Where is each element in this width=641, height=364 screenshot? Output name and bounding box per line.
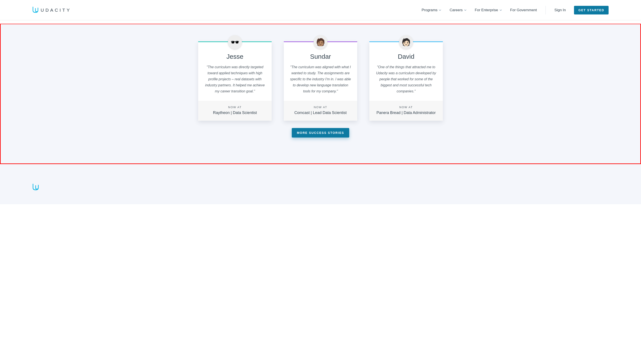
testimonial-name: Jesse <box>203 53 266 60</box>
nav-sign-in-label: Sign In <box>554 8 566 12</box>
testimonial-card: 🧑🏽 Sundar "The curriculum was aligned wi… <box>284 42 357 121</box>
testimonial-body: David "One of the things that attracted … <box>369 42 443 101</box>
nav-careers[interactable]: Careers <box>450 8 466 12</box>
testimonial-card: 🕶️ Jesse "The curriculum was directly ta… <box>198 42 272 121</box>
testimonial-quote: "The curriculum was aligned with what I … <box>289 64 352 94</box>
udacity-logo-icon <box>33 188 39 191</box>
now-at-label: NOW AT <box>202 106 268 109</box>
testimonial-cards: 🕶️ Jesse "The curriculum was directly ta… <box>1 42 640 121</box>
more-stories-wrap: MORE SUCCESS STORIES <box>1 128 640 138</box>
avatar: 🧑🏽 <box>313 35 328 49</box>
testimonial-name: Sundar <box>289 53 352 60</box>
avatar: 🧑🏻 <box>399 35 413 49</box>
nav-programs[interactable]: Programs <box>422 8 442 12</box>
site-header: UDACITY Programs Careers For Enterprise … <box>0 0 641 20</box>
testimonial-body: Sundar "The curriculum was aligned with … <box>284 42 357 101</box>
testimonial-job: Panera Bread | Data Administrator <box>373 110 439 115</box>
nav-divider <box>545 6 546 14</box>
nav-sign-in[interactable]: Sign In <box>554 8 566 12</box>
now-at-label: NOW AT <box>373 106 439 109</box>
testimonial-job: Raytheon | Data Scientist <box>202 110 268 115</box>
nav-government[interactable]: For Government <box>510 8 537 12</box>
avatar: 🕶️ <box>228 35 242 49</box>
testimonial-footer: NOW AT Comcast | Lead Data Scientist <box>284 101 357 121</box>
get-started-button[interactable]: GET STARTED <box>574 6 608 14</box>
chevron-down-icon <box>499 9 502 12</box>
testimonial-name: David <box>375 53 438 60</box>
main-nav: Programs Careers For Enterprise For Gove… <box>422 6 608 14</box>
now-at-label: NOW AT <box>287 106 354 109</box>
testimonial-quote: "The curriculum was directly targeted to… <box>203 64 266 94</box>
testimonial-card: 🧑🏻 David "One of the things that attract… <box>369 42 443 121</box>
chevron-down-icon <box>439 9 441 12</box>
testimonials-section: 🕶️ Jesse "The curriculum was directly ta… <box>0 24 641 164</box>
nav-enterprise[interactable]: For Enterprise <box>475 8 502 12</box>
chevron-down-icon <box>464 9 467 12</box>
brand-logo[interactable]: UDACITY <box>33 6 71 14</box>
testimonial-footer: NOW AT Panera Bread | Data Administrator <box>369 101 443 121</box>
udacity-logo-icon <box>33 6 39 14</box>
footer-area <box>0 164 641 204</box>
testimonial-job: Comcast | Lead Data Scientist <box>287 110 354 115</box>
more-success-stories-button[interactable]: MORE SUCCESS STORIES <box>292 128 350 138</box>
nav-government-label: For Government <box>510 8 537 12</box>
testimonial-body: Jesse "The curriculum was directly targe… <box>198 42 272 101</box>
nav-enterprise-label: For Enterprise <box>475 8 498 12</box>
nav-programs-label: Programs <box>422 8 438 12</box>
brand-name: UDACITY <box>41 8 71 13</box>
nav-careers-label: Careers <box>450 8 463 12</box>
testimonial-quote: "One of the things that attracted me to … <box>375 64 438 94</box>
testimonial-footer: NOW AT Raytheon | Data Scientist <box>198 101 272 121</box>
